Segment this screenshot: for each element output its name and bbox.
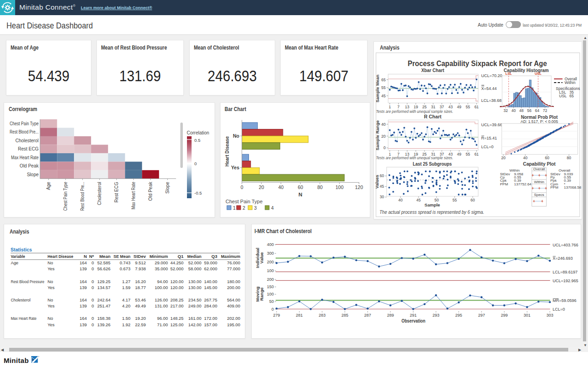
svg-text:Q1: Q1	[178, 254, 184, 259]
svg-text:Yes: Yes	[47, 285, 55, 290]
svg-text:100: 100	[335, 184, 344, 190]
svg-text:139.26: 139.26	[97, 322, 111, 327]
svg-text:Specs: Specs	[534, 193, 544, 197]
svg-text:200: 200	[267, 260, 274, 264]
svg-text:130.00: 130.00	[188, 285, 202, 290]
svg-text:45: 45	[381, 94, 386, 98]
svg-text:No: No	[47, 279, 53, 284]
svg-text:19: 19	[413, 105, 418, 109]
svg-text:1.50: 1.50	[122, 316, 130, 321]
svg-text:30: 30	[380, 195, 384, 199]
svg-text:50: 50	[435, 198, 439, 202]
svg-text:267.75: 267.75	[204, 297, 217, 302]
svg-text:55: 55	[466, 105, 470, 109]
svg-text:49.49: 49.49	[135, 303, 146, 308]
svg-text:9.512: 9.512	[135, 260, 146, 265]
svg-text:126.00: 126.00	[155, 297, 168, 302]
svg-text:Old Peak: Old Peak	[20, 163, 39, 168]
svg-text:Yes: Yes	[47, 303, 55, 308]
svg-text:164: 164	[79, 316, 87, 321]
svg-text:No: No	[233, 133, 239, 139]
svg-text:1.27: 1.27	[122, 279, 130, 284]
svg-text:139: 139	[79, 303, 87, 308]
svg-text:150: 150	[267, 284, 274, 289]
svg-text:208.25: 208.25	[170, 297, 184, 302]
svg-text:148.25: 148.25	[170, 316, 184, 321]
svg-text:35.000: 35.000	[155, 266, 168, 271]
svg-text:120: 120	[355, 184, 363, 190]
svg-text:2: 2	[243, 205, 245, 211]
svg-text:58.000: 58.000	[188, 266, 202, 271]
svg-text:0: 0	[91, 316, 94, 321]
svg-text:Overall: Overall	[533, 167, 545, 171]
svg-text:Old Peak: Old Peak	[148, 181, 153, 201]
svg-text:59.000: 59.000	[204, 260, 217, 265]
svg-text:295: 295	[455, 313, 462, 318]
svg-text:N*: N*	[89, 254, 94, 259]
svg-text:217.00: 217.00	[170, 303, 184, 308]
svg-text:0: 0	[91, 322, 94, 327]
svg-text:65: 65	[570, 94, 574, 98]
svg-text:200: 200	[267, 277, 274, 282]
svg-text:0: 0	[91, 285, 94, 290]
svg-text:LCL=0: LCL=0	[553, 307, 565, 312]
svg-text:56: 56	[527, 108, 531, 113]
svg-text:Rest ECG: Rest ECG	[18, 146, 39, 151]
svg-text:56.626: 56.626	[97, 266, 111, 271]
svg-text:0.743: 0.743	[120, 260, 130, 265]
svg-text:161.00: 161.00	[188, 316, 202, 321]
svg-text:1.92: 1.92	[122, 322, 130, 327]
svg-text:40: 40	[511, 108, 516, 113]
svg-text:55: 55	[466, 152, 470, 156]
svg-text:Slope: Slope	[27, 172, 39, 177]
svg-text:Xbar Chart: Xbar Chart	[421, 67, 444, 73]
svg-text:Chest Pain Type: Chest Pain Type	[10, 121, 39, 126]
svg-text:29.000: 29.000	[155, 260, 168, 265]
svg-text:Within: Within	[534, 180, 544, 184]
svg-text:64: 64	[535, 108, 540, 113]
svg-text:Yes: Yes	[47, 322, 55, 327]
svg-text:UCL=39.66: UCL=39.66	[481, 123, 503, 127]
svg-text:297: 297	[478, 313, 485, 318]
svg-text:77.000: 77.000	[227, 266, 240, 271]
svg-text:158.38: 158.38	[97, 316, 111, 321]
svg-text:71.00: 71.00	[157, 322, 168, 327]
svg-text:37: 37	[440, 105, 444, 109]
svg-text:157.00: 157.00	[204, 322, 217, 327]
svg-text:Max Heart Rate: Max Heart Rate	[11, 316, 36, 321]
svg-text:53.46: 53.46	[135, 297, 146, 302]
svg-text:400: 400	[267, 242, 274, 247]
svg-text:100: 100	[267, 268, 274, 273]
svg-text:139: 139	[79, 266, 87, 271]
svg-text:20: 20	[381, 134, 386, 139]
svg-text:Tests are performed with unequ: Tests are performed with unequal sample …	[376, 156, 453, 160]
svg-text:4.17: 4.17	[122, 297, 130, 302]
svg-text:Sample Range: Sample Range	[375, 120, 380, 150]
svg-text:The actual process spread is r: The actual process spread is represented…	[379, 209, 484, 215]
svg-text:137068.58: 137068.58	[564, 185, 582, 190]
svg-text:300: 300	[267, 251, 274, 256]
svg-text:172.00: 172.00	[204, 316, 217, 321]
svg-text:564.00: 564.00	[227, 297, 240, 302]
svg-text:31: 31	[431, 105, 435, 109]
svg-text:0: 0	[91, 279, 94, 284]
svg-text:234.50: 234.50	[188, 297, 202, 302]
svg-text:289: 289	[387, 313, 394, 318]
svg-text:Value: Value	[259, 252, 264, 264]
svg-text:281: 281	[296, 313, 303, 318]
svg-text:80: 80	[317, 184, 323, 190]
svg-text:Cholesterol: Cholesterol	[11, 297, 30, 302]
svg-text:16.20: 16.20	[135, 279, 146, 284]
svg-text:283: 283	[319, 313, 326, 318]
svg-text:7.938: 7.938	[135, 266, 146, 271]
svg-text:22.59: 22.59	[135, 322, 146, 327]
svg-text:60: 60	[298, 184, 303, 190]
svg-text:PPM: PPM	[550, 185, 559, 190]
svg-text:142.00: 142.00	[188, 322, 202, 327]
svg-text:13: 13	[405, 105, 410, 109]
svg-text:LSL: LSL	[505, 72, 512, 76]
svg-text:4: 4	[271, 205, 274, 211]
svg-text:X=54.44: X=54.44	[481, 86, 497, 91]
svg-text:R Chart: R Chart	[424, 114, 441, 119]
svg-text:55: 55	[381, 85, 386, 90]
